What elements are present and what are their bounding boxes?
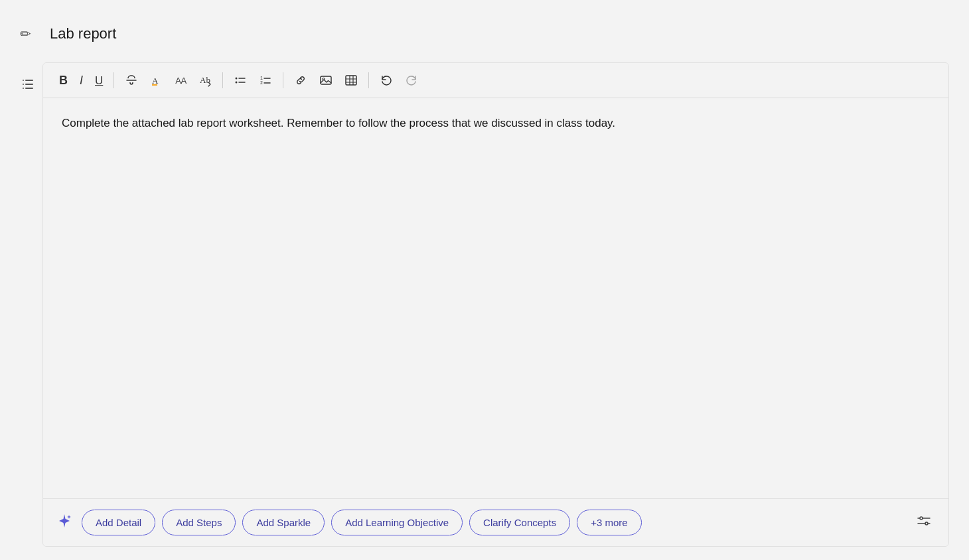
redo-button[interactable] (400, 70, 423, 91)
strikethrough-button[interactable] (119, 70, 143, 91)
add-learning-objective-button[interactable]: Add Learning Objective (331, 510, 463, 535)
editor-panel: B I U A AA Ab (42, 62, 949, 547)
link-button[interactable] (289, 70, 313, 91)
add-steps-button[interactable]: Add Steps (162, 510, 236, 535)
svg-text:1: 1 (260, 76, 263, 80)
edit-icon[interactable]: ✏ (20, 26, 31, 42)
separator-4 (368, 72, 369, 88)
undo-button[interactable] (374, 70, 398, 91)
svg-text:A: A (152, 76, 159, 86)
sidebar-list-icon[interactable] (20, 62, 35, 547)
clarify-concepts-button[interactable]: Clarify Concepts (469, 510, 570, 535)
separator-2 (222, 72, 223, 88)
sparkle-icon (56, 513, 72, 533)
add-detail-button[interactable]: Add Detail (82, 510, 155, 535)
svg-point-10 (235, 78, 237, 80)
svg-rect-8 (152, 84, 157, 86)
editor-text: Complete the attached lab report workshe… (62, 114, 930, 132)
italic-button[interactable]: I (74, 70, 88, 90)
editor-container: B I U A AA Ab (20, 62, 949, 547)
svg-rect-18 (321, 76, 331, 84)
bold-button[interactable]: B (54, 70, 73, 90)
separator-1 (113, 72, 114, 88)
table-button[interactable] (339, 70, 363, 91)
toolbar: B I U A AA Ab (43, 63, 948, 98)
font-size-button[interactable]: AA (170, 72, 191, 89)
image-button[interactable] (314, 70, 338, 91)
action-bar: Add Detail Add Steps Add Sparkle Add Lea… (43, 498, 948, 546)
separator-3 (283, 72, 283, 88)
highlight-button[interactable]: A (145, 70, 169, 91)
filter-icon[interactable] (913, 510, 935, 535)
svg-text:Ab: Ab (200, 75, 210, 85)
numbered-list-button[interactable]: 1 2 (254, 70, 277, 91)
more-button[interactable]: +3 more (577, 510, 641, 535)
svg-text:2: 2 (260, 80, 263, 85)
svg-point-11 (235, 82, 237, 84)
format-button[interactable]: Ab (193, 70, 217, 91)
title-input[interactable] (42, 20, 949, 48)
underline-button[interactable]: U (90, 71, 108, 90)
bullet-list-button[interactable] (228, 70, 252, 91)
title-bar: ✏ (20, 13, 949, 54)
editor-content[interactable]: Complete the attached lab report workshe… (43, 98, 948, 498)
svg-rect-20 (346, 76, 356, 85)
add-sparkle-button[interactable]: Add Sparkle (242, 510, 325, 535)
